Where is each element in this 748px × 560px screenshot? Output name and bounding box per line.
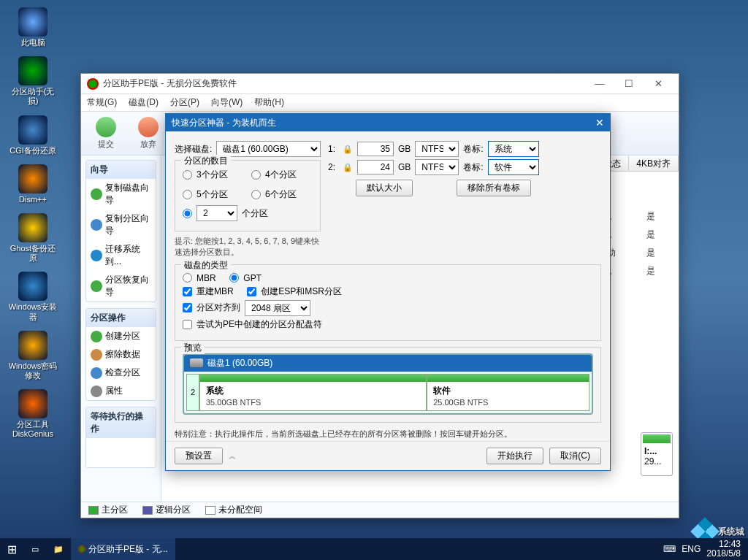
legend-logical-icon bbox=[142, 506, 153, 515]
disk-type-legend: 磁盘的类型 bbox=[181, 259, 231, 272]
commit-icon bbox=[96, 117, 116, 137]
minimize-button[interactable]: — bbox=[585, 75, 614, 93]
sidebar-item[interactable]: 属性 bbox=[86, 382, 156, 400]
desktop-icon[interactable]: 此电脑 bbox=[7, 7, 58, 47]
preview-legend: 预览 bbox=[181, 342, 205, 354]
gpt-radio[interactable] bbox=[229, 273, 239, 283]
window-title: 分区助手PE版 - 无损分区免费软件 bbox=[103, 77, 237, 90]
partition-count-radio[interactable] bbox=[251, 170, 261, 180]
commit-button[interactable]: 提交 bbox=[88, 117, 123, 150]
explorer-button[interactable]: 📁 bbox=[46, 538, 71, 560]
maximize-button[interactable]: ☐ bbox=[614, 75, 644, 93]
taskbar-active-app[interactable]: 分区助手PE版 - 无... bbox=[71, 538, 175, 560]
custom-count-select[interactable]: 2 bbox=[196, 205, 237, 221]
legend-primary-icon bbox=[88, 506, 99, 515]
menu-item[interactable]: 磁盘(D) bbox=[129, 96, 159, 109]
taskbar: ⊞ ▭ 📁 分区助手PE版 - 无... ⌨ ENG 12:43 2018/5/… bbox=[0, 538, 748, 560]
partition-size-input[interactable] bbox=[357, 160, 394, 174]
preview-count: 2 bbox=[186, 374, 199, 411]
discard-button[interactable]: 放弃 bbox=[131, 117, 166, 150]
partition-size-input[interactable] bbox=[357, 142, 394, 156]
sidebar-item[interactable]: 复制磁盘向导 bbox=[86, 179, 156, 210]
mbr-radio[interactable] bbox=[183, 273, 192, 283]
disk-select-label: 选择磁盘: bbox=[175, 143, 212, 156]
status-bar: 主分区 逻辑分区 未分配空间 bbox=[81, 502, 679, 518]
desktop-icon[interactable]: Ghost备份还原 bbox=[7, 213, 58, 263]
partition-count-radio[interactable] bbox=[183, 170, 192, 180]
taskview-button[interactable]: ▭ bbox=[24, 538, 46, 560]
titlebar[interactable]: 分区助手PE版 - 无损分区免费软件 — ☐ ✕ bbox=[81, 74, 679, 94]
preview-partition: 系统35.00GB NTFS bbox=[199, 374, 427, 411]
input-lang[interactable]: ENG bbox=[682, 544, 701, 554]
sidebar-item[interactable]: 复制分区向导 bbox=[86, 210, 156, 240]
partition-count-radio[interactable] bbox=[251, 190, 261, 199]
start-button[interactable]: 开始执行 bbox=[486, 448, 543, 464]
volume-label-select[interactable]: 软件 bbox=[488, 159, 539, 175]
sidebar-item[interactable]: 分区恢复向导 bbox=[86, 271, 156, 302]
rebuild-mbr-checkbox[interactable] bbox=[183, 287, 192, 296]
sidebar-item[interactable]: 迁移系统到... bbox=[86, 240, 156, 271]
lock-icon: 🔒 bbox=[343, 145, 353, 154]
fs-select[interactable]: NTFS bbox=[415, 159, 459, 175]
warning-text: 特别注意：执行此操作后，当前所选磁盘上已经存在的所有分区将被删除！按回车键开始分… bbox=[175, 429, 601, 440]
sidebar-item[interactable]: 检查分区 bbox=[86, 364, 156, 382]
default-size-button[interactable]: 默认大小 bbox=[356, 180, 413, 196]
fs-select[interactable]: NTFS bbox=[415, 141, 459, 157]
partition-bar-i[interactable]: I:...29... bbox=[641, 432, 673, 476]
preview-box: 磁盘1 (60.00GB) 2 系统35.00GB NTFS软件25.00GB … bbox=[183, 353, 593, 415]
app-icon bbox=[87, 78, 99, 90]
menu-item[interactable]: 常规(G) bbox=[87, 96, 117, 109]
keyboard-icon[interactable]: ⌨ bbox=[663, 544, 676, 554]
desktop-icon[interactable]: CGI备份还原 bbox=[7, 115, 58, 156]
partition-ops-group: 分区操作 创建分区擦除数据检查分区属性 bbox=[85, 308, 156, 401]
close-button[interactable]: ✕ bbox=[644, 75, 673, 93]
volume-label-select[interactable]: 系统 bbox=[488, 141, 539, 157]
dialog-close-button[interactable]: ✕ bbox=[595, 117, 604, 129]
hint-text: 提示: 您能按1, 2, 3, 4, 5, 6, 7, 8, 9键来快速选择分区… bbox=[175, 236, 321, 258]
dialog-titlebar[interactable]: 快速分区神器 - 为装机而生 ✕ bbox=[166, 114, 610, 131]
try-pe-checkbox[interactable] bbox=[183, 320, 192, 329]
custom-count-radio[interactable] bbox=[183, 209, 192, 218]
desktop-icon[interactable]: Windows密码修改 bbox=[7, 331, 58, 380]
create-esp-checkbox[interactable] bbox=[247, 287, 256, 296]
start-button[interactable]: ⊞ bbox=[0, 538, 24, 560]
disk-select[interactable]: 磁盘1 (60.00GB) bbox=[216, 141, 321, 157]
partition-count-radio[interactable] bbox=[183, 190, 192, 199]
desktop-icon[interactable]: 分区助手(无损) bbox=[7, 56, 58, 106]
menubar: 常规(G)磁盘(D)分区(P)向导(W)帮助(H) bbox=[81, 94, 679, 112]
preset-button[interactable]: 预设置 bbox=[175, 448, 223, 464]
sidebar-item[interactable]: 创建分区 bbox=[86, 327, 156, 345]
legend-unalloc-icon bbox=[205, 506, 215, 515]
disk-icon bbox=[190, 358, 203, 367]
wizard-group: 向导 复制磁盘向导复制分区向导迁移系统到...分区恢复向导 bbox=[85, 160, 156, 302]
expand-icon[interactable]: ︽ bbox=[229, 451, 236, 461]
desktop-icon[interactable]: Dism++ bbox=[7, 164, 58, 204]
sidebar-item[interactable]: 擦除数据 bbox=[86, 345, 156, 364]
discard-icon bbox=[138, 117, 159, 137]
menu-item[interactable]: 分区(P) bbox=[170, 96, 199, 109]
sidebar: 向导 复制磁盘向导复制分区向导迁移系统到...分区恢复向导 分区操作 创建分区擦… bbox=[81, 156, 161, 502]
desktop-icon[interactable]: Windows安装器 bbox=[7, 272, 58, 321]
partition-count-legend: 分区的数目 bbox=[181, 155, 231, 167]
menu-item[interactable]: 帮助(H) bbox=[254, 96, 284, 109]
align-select[interactable]: 2048 扇区 bbox=[245, 300, 310, 316]
cancel-button[interactable]: 取消(C) bbox=[549, 448, 601, 464]
align-checkbox[interactable] bbox=[183, 303, 192, 312]
pending-group: 等待执行的操作 bbox=[85, 407, 156, 468]
system-tray: ⌨ ENG 12:43 2018/5/8 bbox=[663, 540, 748, 559]
remove-labels-button[interactable]: 移除所有卷标 bbox=[457, 180, 531, 196]
dialog-title: 快速分区神器 - 为装机而生 bbox=[172, 117, 276, 129]
lock-icon: 🔒 bbox=[343, 163, 353, 172]
quick-partition-dialog: 快速分区神器 - 为装机而生 ✕ 选择磁盘: 磁盘1 (60.00GB) 分区的… bbox=[165, 113, 611, 471]
desktop-icon[interactable]: 分区工具DiskGenius bbox=[7, 389, 58, 439]
preview-partition: 软件25.00GB NTFS bbox=[427, 374, 589, 411]
clock-date[interactable]: 2018/5/8 bbox=[706, 549, 741, 559]
menu-item[interactable]: 向导(W) bbox=[211, 96, 243, 109]
